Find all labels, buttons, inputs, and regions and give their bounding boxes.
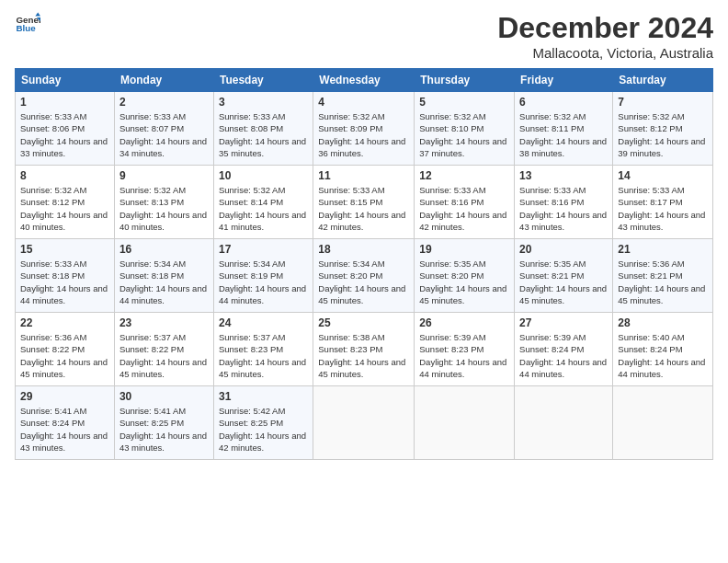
calendar-cell: 4Sunrise: 5:32 AMSunset: 8:09 PMDaylight…: [313, 92, 415, 166]
calendar-cell: 11Sunrise: 5:33 AMSunset: 8:15 PMDayligh…: [313, 166, 415, 239]
calendar-cell: 27Sunrise: 5:39 AMSunset: 8:24 PMDayligh…: [515, 313, 613, 386]
calendar-cell: [415, 386, 515, 460]
day-info: Sunrise: 5:39 AMSunset: 8:24 PMDaylight:…: [519, 331, 608, 380]
day-number: 27: [519, 316, 608, 329]
calendar-cell: 18Sunrise: 5:34 AMSunset: 8:20 PMDayligh…: [313, 239, 415, 313]
day-info: Sunrise: 5:36 AMSunset: 8:22 PMDaylight:…: [20, 331, 109, 380]
day-info: Sunrise: 5:42 AMSunset: 8:25 PMDaylight:…: [219, 405, 308, 454]
day-info: Sunrise: 5:39 AMSunset: 8:23 PMDaylight:…: [419, 331, 509, 380]
day-info: Sunrise: 5:40 AMSunset: 8:24 PMDaylight:…: [618, 331, 708, 380]
day-info: Sunrise: 5:33 AMSunset: 8:08 PMDaylight:…: [219, 110, 308, 159]
calendar-cell: 23Sunrise: 5:37 AMSunset: 8:22 PMDayligh…: [114, 313, 213, 386]
day-info: Sunrise: 5:34 AMSunset: 8:20 PMDaylight:…: [318, 258, 409, 306]
calendar-row: 1Sunrise: 5:33 AMSunset: 8:06 PMDaylight…: [16, 92, 713, 166]
calendar-cell: 10Sunrise: 5:32 AMSunset: 8:14 PMDayligh…: [213, 166, 313, 239]
day-number: 1: [20, 96, 109, 109]
day-number: 19: [419, 243, 509, 256]
day-number: 5: [419, 96, 509, 109]
calendar-cell: 5Sunrise: 5:32 AMSunset: 8:10 PMDaylight…: [415, 92, 515, 166]
svg-text:Blue: Blue: [16, 23, 36, 33]
header-row: Sunday Monday Tuesday Wednesday Thursday…: [16, 69, 713, 92]
calendar-cell: 8Sunrise: 5:32 AMSunset: 8:12 PMDaylight…: [16, 166, 115, 239]
day-number: 24: [219, 316, 308, 329]
day-info: Sunrise: 5:33 AMSunset: 8:17 PMDaylight:…: [618, 184, 708, 233]
day-info: Sunrise: 5:33 AMSunset: 8:06 PMDaylight:…: [20, 110, 109, 159]
day-info: Sunrise: 5:41 AMSunset: 8:25 PMDaylight:…: [119, 405, 209, 454]
day-info: Sunrise: 5:32 AMSunset: 8:13 PMDaylight:…: [119, 184, 209, 233]
col-saturday: Saturday: [613, 69, 713, 92]
calendar-cell: 9Sunrise: 5:32 AMSunset: 8:13 PMDaylight…: [114, 166, 213, 239]
calendar-cell: 22Sunrise: 5:36 AMSunset: 8:22 PMDayligh…: [16, 313, 115, 386]
location: Mallacoota, Victoria, Australia: [497, 45, 713, 61]
calendar-cell: 6Sunrise: 5:32 AMSunset: 8:11 PMDaylight…: [515, 92, 613, 166]
day-info: Sunrise: 5:33 AMSunset: 8:16 PMDaylight:…: [419, 184, 509, 233]
calendar-row: 22Sunrise: 5:36 AMSunset: 8:22 PMDayligh…: [16, 313, 713, 386]
day-number: 16: [119, 243, 209, 256]
calendar-cell: 16Sunrise: 5:34 AMSunset: 8:18 PMDayligh…: [114, 239, 213, 313]
calendar-cell: 19Sunrise: 5:35 AMSunset: 8:20 PMDayligh…: [415, 239, 515, 313]
calendar-cell: 1Sunrise: 5:33 AMSunset: 8:06 PMDaylight…: [16, 92, 115, 166]
page: General Blue December 2024 Mallacoota, V…: [0, 0, 728, 563]
day-number: 15: [20, 243, 109, 256]
col-thursday: Thursday: [415, 69, 515, 92]
day-number: 10: [219, 169, 308, 182]
day-number: 31: [219, 390, 308, 403]
calendar-cell: [613, 386, 713, 460]
day-number: 7: [618, 96, 708, 109]
day-info: Sunrise: 5:35 AMSunset: 8:20 PMDaylight:…: [419, 258, 509, 306]
day-number: 21: [618, 243, 708, 256]
day-number: 17: [219, 243, 308, 256]
day-info: Sunrise: 5:32 AMSunset: 8:10 PMDaylight:…: [419, 110, 509, 159]
day-info: Sunrise: 5:38 AMSunset: 8:23 PMDaylight:…: [318, 331, 409, 380]
day-number: 13: [519, 169, 608, 182]
calendar-row: 15Sunrise: 5:33 AMSunset: 8:18 PMDayligh…: [16, 239, 713, 313]
day-info: Sunrise: 5:37 AMSunset: 8:22 PMDaylight:…: [119, 331, 209, 380]
day-number: 3: [219, 96, 308, 109]
day-info: Sunrise: 5:32 AMSunset: 8:11 PMDaylight:…: [519, 110, 608, 159]
calendar-cell: 20Sunrise: 5:35 AMSunset: 8:21 PMDayligh…: [515, 239, 613, 313]
day-info: Sunrise: 5:41 AMSunset: 8:24 PMDaylight:…: [20, 405, 109, 454]
day-number: 30: [119, 390, 209, 403]
day-number: 4: [318, 96, 409, 109]
calendar-cell: 7Sunrise: 5:32 AMSunset: 8:12 PMDaylight…: [613, 92, 713, 166]
calendar-cell: 28Sunrise: 5:40 AMSunset: 8:24 PMDayligh…: [613, 313, 713, 386]
day-number: 8: [20, 169, 109, 182]
calendar-cell: [515, 386, 613, 460]
day-info: Sunrise: 5:33 AMSunset: 8:16 PMDaylight:…: [519, 184, 608, 233]
calendar-cell: 25Sunrise: 5:38 AMSunset: 8:23 PMDayligh…: [313, 313, 415, 386]
day-number: 6: [519, 96, 608, 109]
logo: General Blue: [15, 11, 40, 37]
calendar-cell: 15Sunrise: 5:33 AMSunset: 8:18 PMDayligh…: [16, 239, 115, 313]
day-number: 28: [618, 316, 708, 329]
col-sunday: Sunday: [16, 69, 115, 92]
day-number: 2: [119, 96, 209, 109]
day-info: Sunrise: 5:32 AMSunset: 8:14 PMDaylight:…: [219, 184, 308, 233]
col-monday: Monday: [114, 69, 213, 92]
day-info: Sunrise: 5:32 AMSunset: 8:12 PMDaylight:…: [20, 184, 109, 233]
day-number: 23: [119, 316, 209, 329]
day-info: Sunrise: 5:33 AMSunset: 8:07 PMDaylight:…: [119, 110, 209, 159]
calendar-cell: 17Sunrise: 5:34 AMSunset: 8:19 PMDayligh…: [213, 239, 313, 313]
day-info: Sunrise: 5:32 AMSunset: 8:12 PMDaylight:…: [618, 110, 708, 159]
calendar-cell: 3Sunrise: 5:33 AMSunset: 8:08 PMDaylight…: [213, 92, 313, 166]
calendar-cell: 30Sunrise: 5:41 AMSunset: 8:25 PMDayligh…: [114, 386, 213, 460]
day-info: Sunrise: 5:36 AMSunset: 8:21 PMDaylight:…: [618, 258, 708, 306]
col-wednesday: Wednesday: [313, 69, 415, 92]
day-number: 18: [318, 243, 409, 256]
day-number: 11: [318, 169, 409, 182]
day-number: 29: [20, 390, 109, 403]
calendar-row: 8Sunrise: 5:32 AMSunset: 8:12 PMDaylight…: [16, 166, 713, 239]
calendar-cell: 24Sunrise: 5:37 AMSunset: 8:23 PMDayligh…: [213, 313, 313, 386]
day-info: Sunrise: 5:33 AMSunset: 8:15 PMDaylight:…: [318, 184, 409, 233]
day-number: 14: [618, 169, 708, 182]
day-info: Sunrise: 5:32 AMSunset: 8:09 PMDaylight:…: [318, 110, 409, 159]
header: General Blue December 2024 Mallacoota, V…: [15, 11, 713, 61]
calendar-cell: [313, 386, 415, 460]
day-info: Sunrise: 5:37 AMSunset: 8:23 PMDaylight:…: [219, 331, 308, 380]
month-title: December 2024: [497, 11, 713, 45]
col-friday: Friday: [515, 69, 613, 92]
day-info: Sunrise: 5:33 AMSunset: 8:18 PMDaylight:…: [20, 258, 109, 306]
calendar-cell: 14Sunrise: 5:33 AMSunset: 8:17 PMDayligh…: [613, 166, 713, 239]
day-number: 12: [419, 169, 509, 182]
calendar-table: Sunday Monday Tuesday Wednesday Thursday…: [15, 68, 713, 460]
